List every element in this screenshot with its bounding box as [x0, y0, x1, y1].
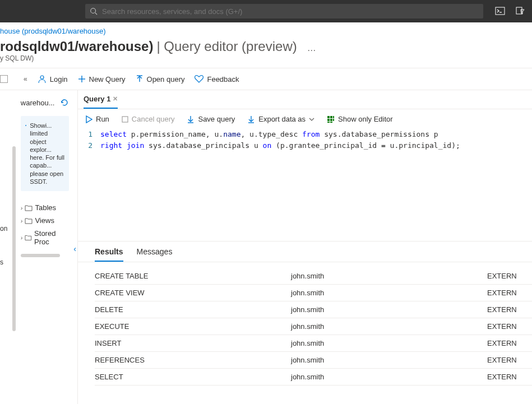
editor-toolbar: Run Cancel query Save query Export data … [78, 109, 532, 129]
object-explorer: warehou... i Showi... limited object exp… [17, 90, 72, 404]
chevron-right-icon: › [21, 234, 23, 241]
show-only-editor-button[interactable]: Show only Editor [327, 115, 393, 123]
table-row[interactable]: REFERENCESjohn.smithEXTERN [95, 352, 532, 369]
cell-permission-name: CREATE VIEW [95, 289, 291, 297]
table-row[interactable]: EXECUTEjohn.smithEXTERN [95, 318, 532, 335]
tree-label: Views [35, 216, 54, 225]
page-subtitle: y SQL DW) [0, 54, 532, 68]
cell-permission-name: EXECUTE [95, 322, 291, 331]
search-icon [90, 7, 98, 15]
show-editor-label: Show only Editor [338, 115, 393, 123]
chevron-right-icon: › [21, 217, 23, 224]
breadcrumb-link[interactable]: house (prodsqldw01/warehouse) [0, 27, 106, 35]
table-row[interactable]: CREATE VIEWjohn.smithEXTERN [95, 285, 532, 301]
feedback-label: Feedback [207, 75, 239, 83]
editor-zone: Query 1 ✕ Run Cancel query Save query Ex… [77, 90, 532, 404]
command-bar: « Login New Query Open query Feedback [0, 68, 532, 90]
cancel-query-button: Cancel query [122, 115, 175, 123]
svg-point-0 [91, 8, 96, 13]
cell-permission-name: DELETE [95, 305, 291, 314]
tree-label: Tables [35, 203, 56, 212]
new-query-button[interactable]: New Query [78, 75, 126, 83]
plus-icon [78, 75, 86, 83]
page-title-main: rodsqldw01/warehouse) [0, 39, 153, 54]
save-query-button[interactable]: Save query [187, 115, 235, 123]
editor-tab-label: Query 1 [84, 95, 110, 103]
upload-icon [136, 75, 144, 83]
stop-icon [122, 116, 128, 123]
cell-type-desc: EXTERN [487, 322, 532, 331]
panel-collapse-handle[interactable]: ‹ [72, 244, 77, 253]
info-callout: i Showi... limited object explor... here… [21, 116, 69, 191]
cell-type-desc: EXTERN [487, 305, 532, 314]
database-name: warehou... [21, 99, 55, 107]
run-label: Run [96, 115, 109, 123]
tree-node-views[interactable]: › Views [21, 214, 69, 227]
feedback-button[interactable]: Feedback [195, 75, 239, 83]
export-label: Export data as [258, 115, 306, 123]
chevron-right-icon: › [21, 205, 23, 211]
info-text: Showi... limited object explor... here. … [30, 122, 64, 185]
heart-icon [195, 75, 203, 83]
page-title-sub: | Query editor (preview) [156, 39, 297, 54]
sql-editor[interactable]: 1 select p.permission_name, u.name, u.ty… [78, 129, 532, 241]
svg-rect-23 [327, 122, 330, 123]
svg-rect-20 [327, 119, 330, 121]
svg-point-5 [40, 76, 44, 79]
results-zone: Results Messages CREATE TABLEjohn.smithE… [78, 241, 532, 404]
svg-line-1 [95, 13, 98, 15]
page-title-row: rodsqldw01/warehouse) | Query editor (pr… [0, 38, 532, 54]
cloud-shell-icon[interactable] [495, 6, 505, 16]
tree-label: Stored Proc [34, 229, 69, 246]
more-actions-icon[interactable]: … [307, 43, 317, 53]
user-icon [38, 75, 47, 83]
download-icon [247, 115, 255, 123]
editor-tab-query1[interactable]: Query 1 ✕ [84, 95, 118, 109]
close-icon[interactable]: ✕ [113, 95, 118, 103]
cancel-label: Cancel query [132, 115, 175, 123]
login-label: Login [50, 75, 68, 83]
svg-rect-19 [333, 116, 334, 118]
line-number: 1 [84, 129, 100, 140]
content-area: on s warehou... i Showi... limited objec… [0, 90, 532, 404]
download-icon [187, 115, 195, 123]
folder-icon [25, 217, 33, 224]
tab-messages[interactable]: Messages [137, 247, 173, 262]
cell-type-desc: EXTERN [487, 373, 532, 381]
table-row[interactable]: CREATE TABLEjohn.smithEXTERN [95, 268, 532, 285]
directory-filter-icon[interactable] [515, 6, 525, 16]
refresh-icon[interactable] [60, 98, 69, 107]
global-search[interactable] [85, 4, 483, 18]
left-nav-item-2[interactable]: s [0, 258, 3, 266]
login-button[interactable]: Login [38, 75, 68, 83]
grid-icon [327, 115, 335, 123]
svg-rect-21 [330, 119, 332, 121]
table-row[interactable]: SELECTjohn.smithEXTERN [95, 369, 532, 386]
open-query-label: Open query [147, 75, 185, 83]
tab-results[interactable]: Results [95, 247, 123, 262]
object-explorer-header: warehou... [21, 98, 69, 116]
folder-icon [25, 205, 33, 211]
open-query-button[interactable]: Open query [136, 75, 185, 83]
table-row[interactable]: INSERTjohn.smithEXTERN [95, 335, 532, 352]
save-label: Save query [198, 115, 235, 123]
code-content: right join sys.database_principals u on … [100, 140, 460, 151]
svg-rect-24 [330, 122, 332, 123]
collapse-chevron-icon[interactable]: « [24, 75, 27, 83]
play-icon [86, 115, 92, 123]
cell-user-name: john.smith [291, 373, 487, 381]
cell-user-name: john.smith [291, 305, 487, 314]
left-scrollbar[interactable] [12, 146, 16, 331]
sidebar-scrollbar[interactable] [21, 254, 60, 257]
cell-permission-name: SELECT [95, 373, 291, 381]
tree-node-stored-procs[interactable]: › Stored Proc [21, 227, 69, 248]
code-line-2: 2 right join sys.database_principals u o… [84, 140, 532, 151]
export-data-button[interactable]: Export data as [247, 115, 314, 123]
table-row[interactable]: DELETEjohn.smithEXTERN [95, 301, 532, 318]
run-button[interactable]: Run [86, 115, 109, 123]
global-search-input[interactable] [102, 7, 479, 16]
cell-user-name: john.smith [291, 289, 487, 297]
tree-node-tables[interactable]: › Tables [21, 201, 69, 214]
nav-collapse-box[interactable] [0, 75, 8, 83]
top-bar [0, 0, 532, 22]
